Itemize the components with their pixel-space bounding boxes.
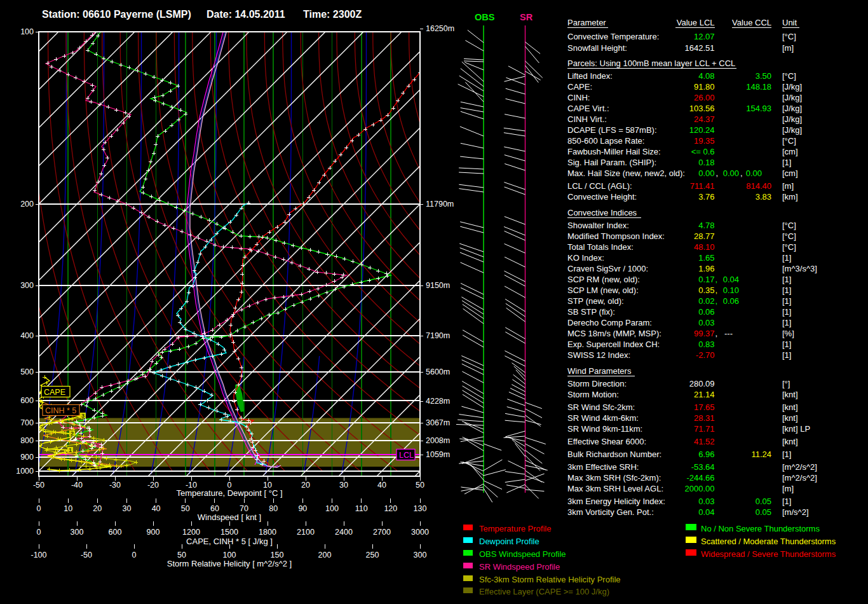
svg-text:Parcels: Using 100mB mean laye: Parcels: Using 100mB mean layer LCL + CC… [567,58,735,68]
svg-text:120: 120 [384,504,397,513]
svg-text:3.50: 3.50 [756,71,771,81]
svg-text:30: 30 [339,481,348,490]
svg-text:STP (new, old):: STP (new, old): [567,296,624,306]
svg-text:110: 110 [355,504,368,513]
svg-text:26.00: 26.00 [694,93,715,102]
svg-text:CAPE Virt.:: CAPE Virt.: [567,104,609,113]
svg-text:,: , [715,329,718,338]
svg-text:Effective Shear 6000:: Effective Shear 6000: [567,437,646,446]
svg-text:CAPE:: CAPE: [567,82,592,92]
svg-text:-30: -30 [109,481,121,490]
svg-text:<= 0.6: <= 0.6 [691,147,715,156]
svg-text:Lifted Index:: Lifted Index: [567,71,613,81]
svg-text:Sig. Hail Param. (SHIP):: Sig. Hail Param. (SHIP): [567,158,656,167]
svg-text:Showalter Index:: Showalter Index: [567,221,629,230]
svg-text:711.41: 711.41 [690,181,715,191]
svg-text:LCL / CCL (AGL):: LCL / CCL (AGL): [567,181,632,191]
svg-text:[1]: [1] [782,340,791,349]
svg-text:2700: 2700 [373,528,391,537]
svg-text:700: 700 [20,418,34,427]
svg-text:[cm]: [cm] [782,168,798,178]
svg-text:[1]: [1] [782,318,791,327]
svg-text:20: 20 [93,504,102,513]
svg-text:CAPE: CAPE [44,388,65,397]
svg-text:41.52: 41.52 [694,437,715,446]
svg-text:4.78: 4.78 [698,221,714,230]
svg-text:,: , [715,296,718,306]
svg-text:3km Effective SRH:: 3km Effective SRH: [567,462,639,472]
svg-text:0.35: 0.35 [698,285,714,295]
svg-text:CINH Virt.:: CINH Virt.: [567,114,607,124]
svg-text:[J/kg]: [J/kg] [782,104,802,113]
svg-text:[1]: [1] [782,275,791,284]
svg-text:0.06: 0.06 [698,307,714,317]
svg-text:[knt]: [knt] [782,413,798,423]
svg-text:[km]: [km] [782,192,798,202]
svg-text:[m/s^2]: [m/s^2] [782,507,809,517]
svg-text:[1]: [1] [782,296,791,306]
svg-text:[%]: [%] [782,329,794,338]
svg-text:[m^2/s^2]: [m^2/s^2] [782,462,817,472]
svg-text:Convective Temperature:: Convective Temperature: [567,32,659,41]
svg-text:60: 60 [210,504,219,513]
svg-text:200: 200 [318,551,332,559]
svg-text:3.76: 3.76 [698,192,714,202]
svg-text:DCAPE (LFS = 587mB):: DCAPE (LFS = 587mB): [567,125,657,135]
svg-text:0.18: 0.18 [698,158,714,167]
svg-text:0.05: 0.05 [756,497,771,506]
svg-text:19.35: 19.35 [694,136,715,146]
svg-text:17.65: 17.65 [694,402,715,412]
svg-text:99.37: 99.37 [694,329,715,338]
svg-text:70: 70 [240,504,248,513]
svg-text:150: 150 [271,551,284,559]
svg-text:3km Energy Helicity Index:: 3km Energy Helicity Index: [567,497,665,506]
svg-text:280.09: 280.09 [689,379,715,388]
svg-text:11790m: 11790m [426,200,454,209]
svg-text:48.10: 48.10 [694,242,715,252]
svg-text:Craven SigSvr / 1000:: Craven SigSvr / 1000: [567,264,648,273]
svg-text:900: 900 [20,453,34,462]
svg-text:Exp. Supercell Index CH:: Exp. Supercell Index CH: [567,340,660,349]
svg-text:0.00: 0.00 [746,168,762,178]
svg-text:Storm Relative Helicity [ m^2: Storm Relative Helicity [ m^2/s^2 ] [167,559,292,568]
svg-text:Total Totals Index:: Total Totals Index: [567,242,634,252]
svg-text:300: 300 [71,528,84,537]
svg-text:1.96: 1.96 [698,264,714,273]
svg-text:91.80: 91.80 [694,82,715,92]
svg-text:-50: -50 [81,551,92,559]
svg-text:MCS 18m/s (MMP, MSP):: MCS 18m/s (MMP, MSP): [567,329,661,338]
svg-text:-100: -100 [31,551,46,559]
svg-text:[m]: [m] [782,181,794,191]
svg-text:[J/kg]: [J/kg] [782,82,802,92]
svg-text:1.65: 1.65 [698,253,714,263]
svg-text:Station: 06610 Payerne (LSMP): Station: 06610 Payerne (LSMP) [42,9,191,20]
svg-text:0.05: 0.05 [756,507,771,517]
svg-text:600: 600 [20,396,34,405]
svg-text:,: , [715,285,718,295]
svg-text:2000.00: 2000.00 [685,484,715,493]
svg-text:600: 600 [109,528,122,537]
svg-text:SWISS 12 Index:: SWISS 12 Index: [567,350,630,360]
svg-text:Convective Height:: Convective Height: [567,192,637,202]
svg-text:Wind Parameters: Wind Parameters [567,366,632,376]
svg-text:Derecho Comp Param:: Derecho Comp Param: [567,318,652,327]
svg-text:---: --- [724,329,733,338]
svg-text:Value LCL: Value LCL [677,18,715,27]
svg-text:24.37: 24.37 [694,114,715,124]
svg-text:12.07: 12.07 [694,32,715,41]
svg-text:3.83: 3.83 [756,192,771,202]
svg-text:16250m: 16250m [426,24,454,33]
svg-text:500: 500 [20,367,34,376]
svg-text:Max 3km SRH Level AGL:: Max 3km SRH Level AGL: [567,484,663,493]
svg-text:Snowfall Height:: Snowfall Height: [567,43,627,53]
svg-text:0.17: 0.17 [698,275,714,284]
svg-text:200: 200 [20,200,34,209]
svg-text:[°]: [°] [782,379,790,388]
svg-text:80: 80 [269,504,278,513]
svg-text:SCP RM (new, old):: SCP RM (new, old): [567,275,640,284]
svg-text:4228m: 4228m [426,397,450,406]
svg-text:[m^3/s^3]: [m^3/s^3] [782,264,817,273]
svg-text:Temperature, Dewpoint [ °C ]: Temperature, Dewpoint [ °C ] [176,488,282,498]
svg-text:Scattered / Moderate Thunderst: Scattered / Moderate Thunderstorms [701,537,836,546]
svg-text:[1]: [1] [782,307,791,317]
